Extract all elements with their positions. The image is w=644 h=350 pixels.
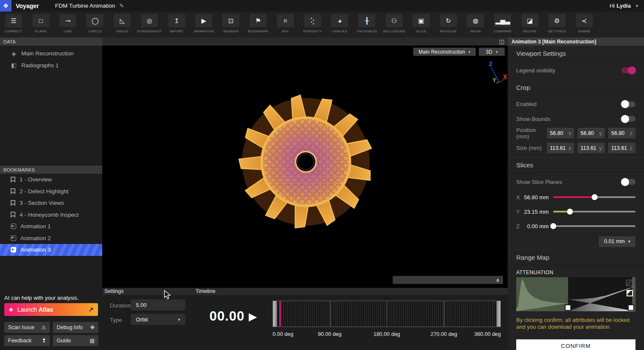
play-button[interactable]: ▶: [249, 311, 257, 322]
toolbar-button-thickness[interactable]: ╂ THICKNESS: [353, 11, 380, 37]
toolbar-icon: ◎: [141, 14, 158, 27]
launch-atlas-button[interactable]: ❖ Launch Atlas ↗: [4, 303, 98, 316]
toolbar-button-slice[interactable]: ▣ SLICE: [408, 11, 435, 37]
toolbar-button-revolve[interactable]: ↻ REVOLVE: [435, 11, 462, 37]
feedback-button[interactable]: Feedback ❢: [4, 335, 50, 346]
slider-knob[interactable]: [550, 223, 556, 229]
slice-y-slider[interactable]: [553, 209, 635, 215]
toolbar-icon: ╂: [358, 14, 375, 27]
show-slice-planes-toggle[interactable]: [621, 179, 635, 185]
timeline-tick: [337, 301, 337, 327]
timeline-playhead[interactable]: [279, 301, 281, 327]
toolbar-button-plane[interactable]: □ PLANE: [27, 11, 55, 37]
toolbar-button-angle[interactable]: ◺ ANGLE: [109, 11, 136, 37]
panel-header: Animation 3 [Main Reconstruction]: [508, 37, 644, 46]
bookmark-item-honeycomb-inspect[interactable]: 4 - Honeycomb Inspect: [0, 209, 102, 221]
bookmark-item-defect-highlight[interactable]: 2 - Defect Highlight: [0, 186, 102, 198]
tab-settings[interactable]: Settings: [104, 288, 124, 294]
viewport-source-dropdown[interactable]: Main Reconstruction ▾: [413, 48, 476, 56]
position-x-field[interactable]: 56.80x: [547, 128, 574, 138]
toolbar-button-line[interactable]: ⊸ LINE: [55, 11, 82, 37]
toolbar-button-settings[interactable]: ⚙ SETTINGS: [543, 11, 571, 37]
bookmark-item-overview[interactable]: 1 - Overview: [0, 174, 102, 186]
utility-icon: ⚠: [41, 324, 46, 330]
ramp-curve-button[interactable]: [627, 290, 633, 296]
bookmark-item-animation-1[interactable]: Animation 1: [0, 221, 102, 232]
timeline-tick: [323, 301, 323, 327]
position-z-field[interactable]: 56.80z: [608, 128, 635, 138]
timeline-tick: [379, 301, 379, 327]
range-min-handle[interactable]: [565, 304, 571, 311]
toolbar-button-import[interactable]: ↥ IMPORT: [163, 11, 190, 37]
toolbar-button-roi[interactable]: ⌗ ROI: [272, 11, 299, 37]
toolbar-button-mesh[interactable]: ◍ MESH: [462, 11, 489, 37]
toolbar-button-animation[interactable]: ▶ ANIMATION: [190, 11, 218, 37]
toolbar-button-cracks[interactable]: ◕ CRACKS: [326, 11, 354, 37]
toolbar-button-compare[interactable]: ▂▅▃ COMPARE: [489, 11, 516, 37]
slider-knob[interactable]: [592, 194, 598, 200]
data-item-radiographs-1[interactable]: ◧ Radiographs 1: [0, 60, 102, 72]
toolbar-button-correct[interactable]: ☰ CORRECT: [0, 11, 27, 37]
timeline-tick: [290, 301, 290, 327]
range-max-handle[interactable]: [628, 304, 634, 311]
viewport-settings-title: Viewport Settings: [508, 46, 644, 61]
data-item-main-reconstruction[interactable]: ◈ Main Reconstruction: [0, 48, 102, 60]
size-x-field[interactable]: 113.61x: [547, 143, 574, 153]
timeline-tick: [482, 301, 482, 327]
confirm-button[interactable]: CONFIRM: [516, 339, 635, 350]
toolbar-button-screenshot[interactable]: ◎ SCREENSHOT: [136, 11, 163, 37]
timeline-tick: [430, 301, 431, 327]
timeline-tick: [437, 301, 437, 327]
timeline-tick: [414, 301, 414, 327]
size-z-field[interactable]: 113.61z: [608, 143, 635, 153]
ramp-linear-button[interactable]: [626, 280, 632, 286]
viewport-canvas[interactable]: Main Reconstruction ▾ 3D ▾ Z X Y ∧: [102, 46, 508, 288]
attenuation-histogram[interactable]: [516, 277, 635, 311]
toolbar-button-circle[interactable]: ◯ CIRCLE: [81, 11, 109, 37]
split-view-icon[interactable]: ◫: [499, 38, 504, 45]
toolbar-button-render[interactable]: ⊡ RENDER: [217, 11, 244, 37]
user-menu[interactable]: Hi Lydia ▾: [610, 3, 638, 9]
guide-button[interactable]: Guide ▤: [53, 335, 98, 346]
timeline-tick: [360, 301, 360, 327]
crop-enabled-toggle[interactable]: [621, 101, 635, 107]
debug-info-button[interactable]: Debug Info ❉: [53, 322, 98, 333]
scan-issue-button[interactable]: Scan Issue ⚠: [4, 322, 50, 333]
slice-x-slider[interactable]: [553, 194, 635, 200]
timeline-tick: [500, 301, 501, 327]
viewport-collapse-bar[interactable]: ∧: [393, 276, 503, 284]
timeline-tick: [382, 301, 383, 327]
timeline-tick: [358, 301, 358, 327]
position-y-field[interactable]: 56.80y: [578, 128, 605, 138]
viewport-mode-dropdown[interactable]: 3D ▾: [479, 48, 505, 56]
bookmark-item-section-views[interactable]: 3 - Section Views: [0, 197, 102, 209]
timeline-tick: [374, 301, 375, 327]
top-bar: ❖ Voyager FDM Turbine Animation ✎ Hi Lyd…: [0, 0, 644, 11]
timeline-tick: [341, 301, 342, 327]
timeline-left-cap[interactable]: [273, 301, 277, 327]
toolbar-button-recipe[interactable]: ◪ RECIPE: [516, 11, 543, 37]
legend-visibility-toggle[interactable]: [621, 67, 635, 73]
show-bounds-toggle[interactable]: [621, 116, 635, 122]
timeline-tick: [283, 301, 284, 327]
timeline-tick: [333, 301, 334, 327]
toolbar-button-inclusions[interactable]: ⚇ INCLUSIONS: [380, 11, 408, 37]
toolbar-button-porosity[interactable]: ⢕ POROSITY: [299, 11, 326, 37]
slice-step-dropdown[interactable]: 0.01 mm ▾: [599, 236, 635, 247]
timeline-tick: [298, 301, 298, 327]
type-dropdown[interactable]: Orbit ▾: [131, 314, 185, 325]
toolbar-button-share[interactable]: ≺ SHARE: [571, 11, 598, 37]
timeline-strip[interactable]: [273, 301, 501, 327]
timeline-tick: [440, 301, 441, 327]
slider-knob[interactable]: [567, 209, 573, 215]
toolbar-button-bookmark[interactable]: ⚑ BOOKMARK: [244, 11, 272, 37]
bookmark-item-animation-2[interactable]: Animation 2: [0, 232, 102, 244]
bookmark-item-animation-3[interactable]: Animation 3: [0, 244, 102, 256]
timeline-tick: [366, 301, 366, 327]
timeline-right-cap[interactable]: [497, 301, 500, 327]
duration-field[interactable]: 5.00: [131, 299, 185, 310]
size-y-field[interactable]: 113.61y: [578, 143, 605, 153]
tab-timeline[interactable]: Timeline: [196, 288, 216, 294]
edit-title-icon[interactable]: ✎: [119, 3, 124, 9]
slice-z-slider[interactable]: [553, 223, 635, 229]
